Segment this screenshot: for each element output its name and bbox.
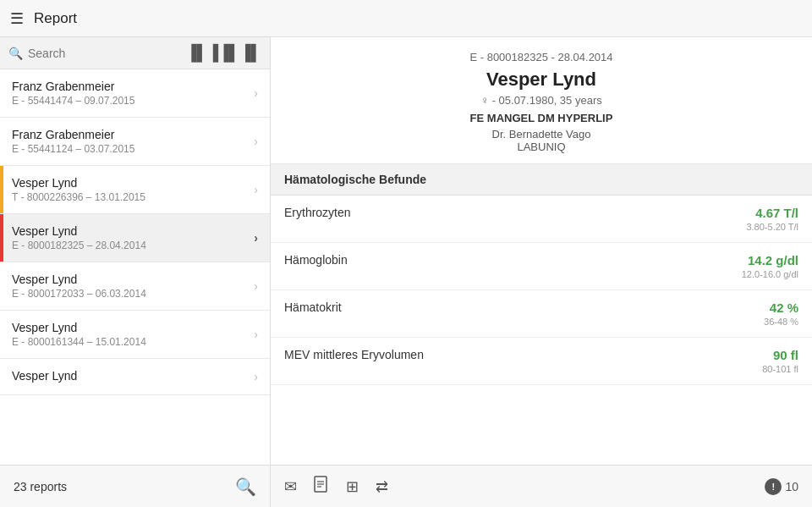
result-row: Erythrozyten 4.67 T/l 3.80-5.20 T/l	[271, 196, 812, 243]
result-row: Hämoglobin 14.2 g/dl 12.0-16.0 g/dl	[271, 243, 812, 290]
result-value: 90 fl	[762, 348, 798, 362]
patient-info: Vesper Lynd E - 8000161344 – 15.01.2014	[12, 321, 249, 348]
chevron-icon: ›	[254, 135, 258, 148]
transfer-icon[interactable]: ⇄	[376, 477, 388, 496]
content-footer: ✉ ⊞ ⇄ ! 10	[271, 465, 812, 507]
result-name: MEV mittleres Eryvolumen	[284, 348, 762, 361]
report-id: E - 8000182325 - 28.04.2014	[288, 51, 795, 63]
chevron-icon: ›	[254, 279, 258, 293]
patient-sub: E - 55441474 – 09.07.2015	[12, 95, 249, 107]
result-range: 12.0-16.0 g/dl	[742, 269, 798, 279]
result-value-wrap: 4.67 T/l 3.80-5.20 T/l	[746, 206, 798, 232]
patient-list-item[interactable]: Franz Grabenmeier E - 55441124 – 03.07.2…	[0, 118, 270, 166]
patient-name: Vesper Lynd	[12, 176, 249, 190]
patient-dob: ♀ - 05.07.1980, 35 years	[288, 94, 795, 107]
sidebar: 🔍 ▐▌▐▐▌▐▌ Franz Grabenmeier E - 55441474…	[0, 37, 271, 507]
patient-info: Vesper Lynd E - 8000182325 – 28.04.2014	[12, 224, 249, 251]
patient-name: Franz Grabenmeier	[12, 128, 249, 141]
patient-name: Vesper Lynd	[12, 369, 249, 383]
result-value-wrap: 42 % 36-48 %	[764, 300, 798, 327]
patient-list-item[interactable]: Vesper Lynd E - 8000161344 – 15.01.2014 …	[0, 311, 270, 359]
patient-sub: E - 8000182325 – 28.04.2014	[12, 240, 249, 251]
barcode-icon[interactable]: ▐▌▐▐▌▐▌	[186, 44, 261, 62]
info-count: 10	[785, 480, 798, 493]
result-row: MEV mittleres Eryvolumen 90 fl 80-101 fl	[271, 338, 812, 385]
chevron-icon: ›	[254, 328, 258, 341]
content-panel: E - 8000182325 - 28.04.2014 Vesper Lynd …	[271, 37, 812, 507]
result-range: 3.80-5.20 T/l	[746, 222, 798, 232]
chevron-icon: ›	[254, 231, 258, 245]
result-value-wrap: 90 fl 80-101 fl	[762, 348, 798, 374]
patient-info: Franz Grabenmeier E - 55441474 – 09.07.2…	[12, 80, 249, 107]
patient-name: Vesper Lynd	[12, 321, 249, 334]
sidebar-footer: 23 reports 🔍	[0, 465, 270, 507]
grid-icon[interactable]: ⊞	[346, 477, 359, 496]
patient-list-item[interactable]: Vesper Lynd E - 8000172033 – 06.03.2014 …	[0, 262, 270, 311]
patient-list-item[interactable]: Vesper Lynd ›	[0, 359, 270, 395]
footer-icons: ✉ ⊞ ⇄	[284, 476, 388, 497]
chevron-icon: ›	[254, 183, 258, 196]
patient-name: Vesper Lynd	[12, 224, 249, 238]
result-value: 14.2 g/dl	[742, 253, 798, 267]
result-name: Erythrozyten	[284, 206, 746, 219]
patient-info: Vesper Lynd T - 8000226396 – 13.01.2015	[12, 176, 249, 203]
chevron-icon: ›	[254, 86, 258, 100]
patient-list: Franz Grabenmeier E - 55441474 – 09.07.2…	[0, 69, 270, 465]
search-footer-button[interactable]: 🔍	[235, 477, 256, 497]
patient-full-name: Vesper Lynd	[288, 69, 795, 91]
patient-sub: E - 8000172033 – 06.03.2014	[12, 288, 249, 300]
patient-name: Franz Grabenmeier	[12, 80, 249, 93]
patient-name: Vesper Lynd	[12, 273, 249, 286]
info-icon: !	[765, 478, 782, 495]
accent-red	[0, 214, 3, 262]
result-range: 80-101 fl	[762, 364, 798, 374]
patient-info: Franz Grabenmeier E - 55441124 – 03.07.2…	[12, 128, 249, 155]
search-icon: 🔍	[8, 47, 23, 60]
patient-doctor: Dr. Bernadette Vago	[288, 128, 795, 141]
top-bar: ☰ Report	[0, 0, 812, 37]
section-header: Hämatologische Befunde	[271, 164, 812, 196]
accent-yellow	[0, 166, 3, 213]
result-value: 42 %	[764, 300, 798, 315]
patient-sub: E - 55441124 – 03.07.2015	[12, 143, 249, 155]
results-rows: Erythrozyten 4.67 T/l 3.80-5.20 T/l Hämo…	[271, 196, 812, 385]
result-range: 36-48 %	[764, 317, 798, 327]
info-badge: ! 10	[765, 478, 798, 495]
results-area: Hämatologische Befunde Erythrozyten 4.67…	[271, 164, 812, 465]
search-bar: 🔍 ▐▌▐▐▌▐▌	[0, 37, 270, 69]
patient-lab: LABUNIQ	[288, 141, 795, 153]
patient-info: Vesper Lynd E - 8000172033 – 06.03.2014	[12, 273, 249, 300]
patient-sub: T - 8000226396 – 13.01.2015	[12, 191, 249, 203]
patient-list-item[interactable]: Franz Grabenmeier E - 55441474 – 09.07.2…	[0, 69, 270, 118]
reports-count: 23 reports	[14, 480, 67, 493]
menu-icon[interactable]: ☰	[10, 9, 24, 28]
result-value: 4.67 T/l	[746, 206, 798, 220]
main-layout: 🔍 ▐▌▐▐▌▐▌ Franz Grabenmeier E - 55441474…	[0, 37, 812, 507]
patient-header: E - 8000182325 - 28.04.2014 Vesper Lynd …	[271, 37, 812, 164]
app-title: Report	[34, 10, 77, 27]
result-value-wrap: 14.2 g/dl 12.0-16.0 g/dl	[742, 253, 798, 279]
chevron-icon: ›	[254, 370, 258, 383]
email-icon[interactable]: ✉	[284, 477, 297, 496]
pdf-icon[interactable]	[314, 476, 329, 497]
result-name: Hämatokrit	[284, 300, 764, 314]
patient-list-item[interactable]: Vesper Lynd T - 8000226396 – 13.01.2015 …	[0, 166, 270, 214]
search-input[interactable]	[28, 47, 181, 60]
patient-list-item[interactable]: Vesper Lynd E - 8000182325 – 28.04.2014 …	[0, 214, 270, 262]
patient-sub: E - 8000161344 – 15.01.2014	[12, 336, 249, 348]
result-row: Hämatokrit 42 % 36-48 %	[271, 290, 812, 338]
patient-info: Vesper Lynd	[12, 369, 249, 384]
patient-conditions: FE MANGEL DM HYPERLIP	[288, 112, 795, 124]
result-name: Hämoglobin	[284, 253, 742, 267]
